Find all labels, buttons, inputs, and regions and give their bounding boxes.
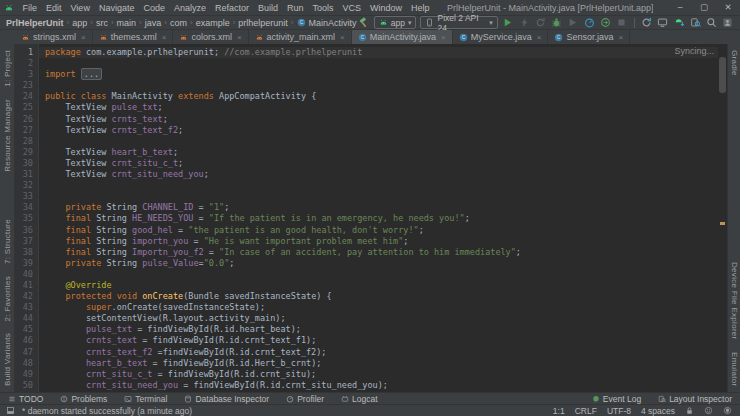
code-token (45, 202, 65, 212)
menu-run[interactable]: Run (283, 3, 309, 13)
indent-setting[interactable]: 4 spaces (641, 406, 675, 416)
editor-scrollbar[interactable] (718, 44, 727, 392)
android-icon (379, 18, 388, 27)
breadcrumb-item-mainactivity[interactable]: MainActivity (308, 18, 358, 28)
attach-debugger-button[interactable] (599, 16, 611, 29)
readonly-lock-icon[interactable] (685, 406, 694, 415)
breadcrumb-item-main[interactable]: main (116, 18, 138, 28)
maximize-button[interactable]: ▢ (692, 0, 716, 15)
tab-themes-xml[interactable]: themes.xml× (93, 30, 174, 44)
code-token: private (65, 202, 106, 212)
feedback-smiley-icon[interactable] (704, 406, 713, 415)
caret-position[interactable]: 1:1 (553, 406, 565, 416)
line-separator[interactable]: CRLF (575, 406, 597, 416)
tab-close-icon[interactable]: × (619, 33, 624, 42)
tab-colors-xml[interactable]: colors.xml× (173, 30, 248, 44)
folded-imports[interactable]: ... (81, 68, 102, 80)
menu-window[interactable]: Window (366, 3, 407, 13)
tool-strip-2-favorites[interactable]: 2: Favorites (2, 270, 13, 327)
tool-strip-device-file-explorer[interactable]: Device File Explorer (729, 256, 740, 346)
breadcrumb-separator: › (139, 18, 142, 27)
tool-window-button-todo[interactable]: TODO (8, 394, 43, 404)
tool-window-button-logcat[interactable]: Logcat (341, 394, 378, 404)
breadcrumb-separator: › (190, 18, 193, 27)
breadcrumb-item-example[interactable]: example (195, 18, 231, 28)
run-coverage-button[interactable] (567, 16, 579, 29)
menu-analyze[interactable]: Analyze (169, 3, 210, 13)
editor-code-area[interactable]: package com.example.prlhelperunit; //com… (39, 44, 718, 392)
minimize-button[interactable]: – (668, 0, 692, 15)
tab-close-icon[interactable]: × (537, 33, 542, 42)
device-manager-button[interactable] (657, 16, 669, 29)
tool-window-button-problems[interactable]: Problems (60, 394, 107, 404)
tool-window-button-profiler[interactable]: Profiler (286, 394, 324, 404)
menu-file[interactable]: File (18, 3, 42, 13)
profile-avatar-button[interactable] (722, 16, 734, 29)
sync-gradle-button[interactable] (641, 16, 653, 29)
tool-strip-build-variants[interactable]: Build Variants (2, 327, 13, 392)
menu-help[interactable]: Help (407, 3, 435, 13)
menu-vcs[interactable]: VCS (338, 3, 366, 13)
menu-edit[interactable]: Edit (42, 3, 67, 13)
code-token: "1" (209, 202, 224, 212)
tab-close-icon[interactable]: × (162, 33, 167, 42)
notifications-icon[interactable] (723, 406, 732, 415)
profile-button[interactable] (583, 16, 595, 29)
tab-sensor-java[interactable]: CSensor.java× (548, 30, 630, 44)
tool-window-button-event-log[interactable]: Event Log (592, 394, 641, 404)
breadcrumb-item-app[interactable]: app (71, 18, 88, 28)
menu-navigate[interactable]: Navigate (94, 3, 139, 13)
debug-button[interactable] (550, 16, 562, 29)
editor-gutter: 1232324252627282930313233343536373839404… (15, 44, 39, 392)
code-token: TextView (45, 169, 112, 179)
tool-strip-gradle[interactable]: Gradle (729, 44, 740, 82)
tab-mainactivity-java[interactable]: CMainActivity.java× (352, 30, 453, 44)
tab-activity-main-xml[interactable]: activity_main.xml× (249, 30, 352, 44)
tab-close-icon[interactable]: × (81, 33, 86, 42)
tool-window-button-terminal[interactable]: Terminal (124, 394, 167, 404)
code-token: = findViewById(R.id.crnt_text_f1); (137, 335, 316, 345)
code-token: = (173, 225, 188, 235)
apply-code-changes-button[interactable] (534, 16, 546, 29)
tab-close-icon[interactable]: × (237, 33, 242, 42)
menu-view[interactable]: View (66, 3, 94, 13)
stop-button[interactable] (615, 16, 627, 29)
layout-inspector-button[interactable] (689, 16, 701, 29)
run-button[interactable] (502, 16, 514, 29)
breadcrumb-item-src[interactable]: src (95, 18, 109, 28)
apply-changes-button[interactable] (518, 16, 530, 29)
close-button[interactable]: ✕ (716, 0, 740, 15)
code-token: String (96, 225, 132, 235)
toggle-tool-windows-icon[interactable] (6, 406, 15, 415)
scrollbar-thumb[interactable] (719, 57, 726, 93)
device-select[interactable]: Pixel 2 API 24▾ (420, 16, 497, 29)
sdk-manager-button[interactable] (673, 16, 685, 29)
file-encoding[interactable]: UTF-8 (607, 406, 631, 416)
menu-build[interactable]: Build (253, 3, 282, 13)
run-config-select[interactable]: app▾ (374, 16, 417, 29)
code-token: final (65, 213, 96, 223)
breadcrumb-item-prlhelperunit[interactable]: PrlHelperUnit (5, 18, 65, 28)
tool-strip-1-project[interactable]: 1: Project (2, 44, 13, 93)
tab-close-icon[interactable]: × (441, 33, 446, 42)
build-hammer-button[interactable] (358, 16, 370, 29)
breadcrumb-item-prlhelperunit[interactable]: prlhelperunit (237, 18, 289, 28)
line-number: 29 (15, 147, 38, 158)
tab-myservice-java[interactable]: CMyService.java× (453, 30, 549, 44)
tab-close-icon[interactable]: × (340, 33, 345, 42)
menu-code[interactable]: Code (139, 3, 170, 13)
search-everywhere-button[interactable] (705, 16, 717, 29)
tool-strip-resource-manager[interactable]: Resource Manager (2, 93, 13, 178)
menu-tools[interactable]: Tools (308, 3, 338, 13)
menu-refactor[interactable]: Refactor (210, 3, 253, 13)
tool-window-button-layout-inspector[interactable]: Layout Inspector (658, 394, 732, 404)
code-editor[interactable]: 1232324252627282930313233343536373839404… (15, 44, 727, 392)
code-token: good_hel (132, 225, 173, 235)
tool-strip-emulator[interactable]: Emulator (729, 346, 740, 392)
tab-strings-xml[interactable]: strings.xml× (15, 30, 93, 44)
line-number: 36 (15, 225, 38, 236)
breadcrumb-item-com[interactable]: com (169, 18, 188, 28)
breadcrumb-item-java[interactable]: java (144, 18, 163, 28)
tool-strip-7-structure[interactable]: 7: Structure (2, 213, 13, 270)
tool-window-button-database-inspector[interactable]: Database Inspector (184, 394, 269, 404)
